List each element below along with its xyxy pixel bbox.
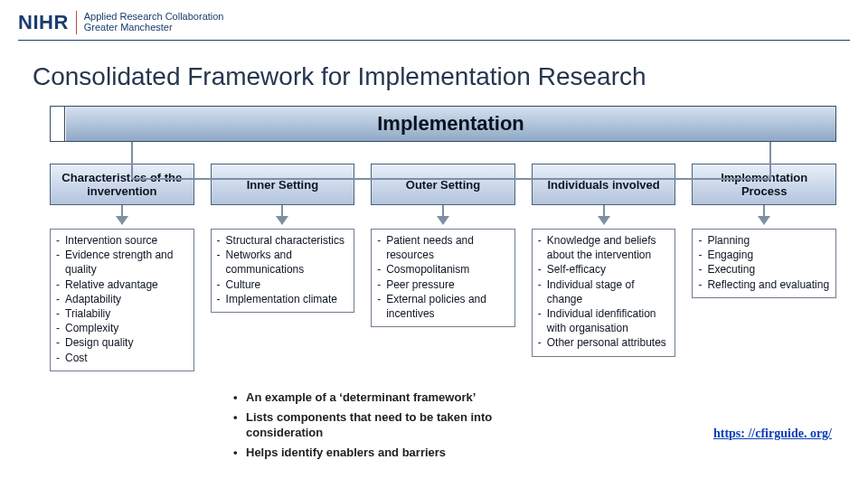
bullet-item: •Lists components that need to be taken …	[233, 410, 541, 440]
bullet-text: Helps identify enablers and barriers	[246, 446, 541, 460]
column-item-text: Trialabiliy	[65, 306, 110, 321]
logo-mark: NIHR	[18, 11, 69, 34]
column-item-text: Patient needs and resources	[386, 233, 509, 262]
column-item: -Engaging	[698, 248, 830, 262]
logo-subtitle: Applied Research Collaboration Greater M…	[84, 12, 224, 33]
connector-line	[281, 205, 283, 216]
dash-icon: -	[538, 335, 547, 350]
column-item: -Intervention source	[56, 233, 188, 248]
diagram-banner: Implementation	[50, 106, 836, 142]
bullet-list: •An example of a ‘determinant framework’…	[233, 390, 541, 465]
dash-icon: -	[56, 351, 65, 365]
bullet-text: An example of a ‘determinant framework’	[246, 390, 541, 405]
column-item-text: Engaging	[707, 248, 753, 262]
slide-title: Consolidated Framework for Implementatio…	[33, 62, 850, 91]
source-link[interactable]: https: //cfirguide. org/	[713, 427, 832, 441]
dash-icon: -	[698, 248, 707, 262]
dash-icon: -	[538, 233, 547, 262]
column-item: -Relative advantage	[56, 277, 188, 292]
column-body: -Knowledge and beliefs about the interve…	[532, 229, 676, 357]
logo-sub-line-2: Greater Manchester	[84, 23, 224, 33]
dash-icon: -	[56, 306, 65, 321]
dash-icon: -	[698, 262, 707, 277]
column-item-text: Intervention source	[65, 233, 157, 248]
dash-icon: -	[217, 292, 226, 306]
dash-icon: -	[377, 262, 386, 277]
arrow-down-icon	[116, 216, 128, 225]
column-item: -Networks and communications	[217, 248, 349, 277]
dash-icon: -	[217, 277, 226, 292]
header-rule	[18, 40, 850, 41]
connector-line	[763, 205, 765, 216]
bullet-item: •An example of a ‘determinant framework’	[233, 390, 541, 405]
column-item: -External policies and incentives	[377, 292, 509, 321]
column-item: -Complexity	[56, 321, 188, 335]
bullet-text: Lists components that need to be taken i…	[246, 410, 541, 440]
dash-icon: -	[698, 233, 707, 248]
column-item-text: Reflecting and evaluating	[707, 277, 829, 292]
arrow-down-icon	[598, 216, 610, 225]
column-item: -Adaptability	[56, 292, 188, 306]
dash-icon: -	[56, 292, 65, 306]
column-body: -Structural characteristics-Networks and…	[211, 229, 355, 313]
logo: NIHR Applied Research Collaboration Grea…	[18, 11, 850, 34]
dash-icon: -	[56, 248, 65, 277]
column-item: -Self-efficacy	[538, 262, 670, 277]
column-item: -Individual idenfification with organisa…	[538, 306, 670, 335]
column-item: -Patient needs and resources	[377, 233, 509, 262]
connector-line	[442, 205, 444, 216]
dash-icon: -	[56, 277, 65, 292]
column-item: -Executing	[698, 262, 830, 277]
column-item-text: Adaptability	[65, 292, 121, 306]
column-item-text: Peer pressure	[386, 277, 454, 292]
arrow-down-icon	[758, 216, 770, 225]
column-item: -Cosmopolitanism	[377, 262, 509, 277]
column-item-text: Cosmopolitanism	[386, 262, 469, 277]
column-item-text: Other personal attributes	[547, 335, 666, 350]
bullet-dot-icon: •	[233, 446, 246, 460]
diagram: Implementation Characteristics of the in…	[50, 106, 836, 371]
column-item-text: Individual stage of change	[547, 277, 670, 306]
column-item-text: Knowledge and beliefs about the interven…	[547, 233, 670, 262]
column-item-text: Evidence strength and quality	[65, 248, 188, 277]
column-item-text: Structural characteristics	[226, 233, 344, 248]
dash-icon: -	[538, 306, 547, 335]
diagram-columns: Characteristics of the invervention-Inte…	[50, 164, 836, 371]
column-item-text: Culture	[226, 277, 261, 292]
dash-icon: -	[538, 262, 547, 277]
diagram-connector	[131, 142, 771, 180]
column-item: -Evidence strength and quality	[56, 248, 188, 277]
column-item: -Culture	[217, 277, 349, 292]
column-item: -Trialabiliy	[56, 306, 188, 321]
diagram-column: Inner Setting-Structural characteristics…	[211, 164, 355, 371]
column-item-text: Networks and communications	[226, 248, 349, 277]
bullet-dot-icon: •	[233, 410, 246, 440]
arrow-down-icon	[437, 216, 449, 225]
column-item-text: External policies and incentives	[386, 292, 509, 321]
slide: NIHR Applied Research Collaboration Grea…	[0, 0, 868, 488]
column-item: -Structural characteristics	[217, 233, 349, 248]
column-item: -Implementation climate	[217, 292, 349, 306]
bullet-dot-icon: •	[233, 390, 246, 405]
logo-separator	[76, 11, 77, 34]
dash-icon: -	[377, 277, 386, 292]
column-item-text: Self-efficacy	[547, 262, 606, 277]
dash-icon: -	[217, 233, 226, 248]
diagram-column: Characteristics of the invervention-Inte…	[50, 164, 194, 371]
dash-icon: -	[698, 277, 707, 292]
column-body: -Patient needs and resources-Cosmopolita…	[371, 229, 515, 327]
column-item-text: Complexity	[65, 321, 118, 335]
diagram-banner-stub	[51, 107, 65, 141]
dash-icon: -	[56, 233, 65, 248]
column-item-text: Relative advantage	[65, 277, 158, 292]
dash-icon: -	[217, 248, 226, 277]
column-item-text: Design quality	[65, 335, 133, 350]
column-item-text: Individual idenfification with organisat…	[547, 306, 670, 335]
dash-icon: -	[377, 292, 386, 321]
diagram-banner-label: Implementation	[65, 107, 835, 141]
arrow-down-icon	[276, 216, 288, 225]
column-item: -Peer pressure	[377, 277, 509, 292]
column-item-text: Planning	[707, 233, 750, 248]
dash-icon: -	[56, 335, 65, 350]
dash-icon: -	[377, 233, 386, 262]
